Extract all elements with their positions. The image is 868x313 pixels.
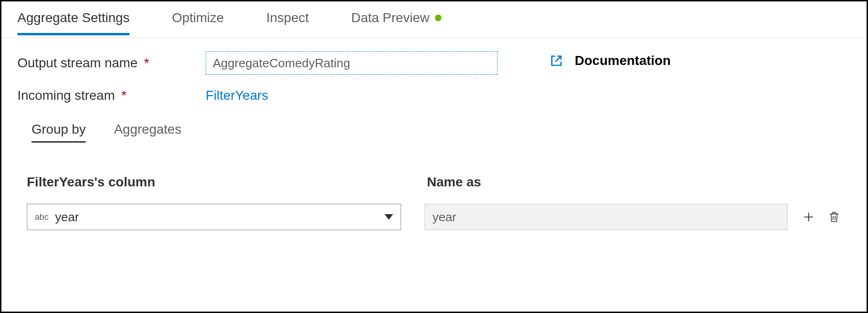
type-badge-abc: abc (35, 212, 48, 222)
output-stream-name-label: Output stream name * (17, 56, 206, 71)
tab-data-preview[interactable]: Data Preview (351, 10, 442, 35)
groupby-columns-row: FilterYears's column Name as (17, 175, 851, 204)
incoming-stream-label: Incoming stream * (17, 88, 206, 103)
tab-aggregate-settings[interactable]: Aggregate Settings (17, 10, 129, 35)
column-source: FilterYears's column (27, 175, 418, 204)
column-nameas: Name as (427, 175, 818, 204)
name-as-input[interactable] (425, 204, 788, 230)
documentation-link[interactable]: Documentation (550, 53, 671, 68)
tab-label: Optimize (172, 10, 224, 25)
documentation-label: Documentation (575, 53, 671, 68)
output-stream-name-input[interactable] (206, 51, 498, 75)
incoming-stream-row: Incoming stream * FilterYears (17, 88, 851, 103)
tab-inspect[interactable]: Inspect (266, 10, 309, 35)
add-row-button[interactable] (802, 210, 816, 224)
chevron-down-icon (385, 214, 393, 220)
external-link-icon (550, 55, 563, 67)
tab-label: Data Preview (351, 10, 430, 25)
main-tabs: Aggregate Settings Optimize Inspect Data… (1, 1, 867, 38)
tab-optimize[interactable]: Optimize (172, 10, 224, 35)
incoming-stream-link[interactable]: FilterYears (206, 88, 268, 103)
delete-row-button[interactable] (827, 210, 841, 224)
column-source-header: FilterYears's column (27, 175, 418, 190)
subtab-aggregates[interactable]: Aggregates (114, 122, 181, 142)
column-nameas-header: Name as (427, 175, 818, 190)
aggregate-settings-panel: Aggregate Settings Optimize Inspect Data… (0, 0, 868, 313)
groupby-fields-row: abc year (17, 204, 851, 230)
settings-body: Output stream name * Incoming stream * F… (1, 38, 867, 243)
tab-label: Inspect (266, 10, 309, 25)
row-actions (802, 210, 841, 224)
output-stream-row: Output stream name * (17, 51, 851, 75)
groupby-column-value: year (55, 210, 79, 225)
subtab-group-by[interactable]: Group by (32, 122, 86, 142)
sub-tabs: Group by Aggregates (32, 122, 851, 142)
tab-label: Aggregate Settings (17, 10, 129, 25)
required-asterisk: * (121, 88, 127, 103)
required-asterisk: * (144, 56, 149, 70)
groupby-column-dropdown[interactable]: abc year (27, 204, 401, 230)
status-dot-icon (435, 15, 442, 21)
